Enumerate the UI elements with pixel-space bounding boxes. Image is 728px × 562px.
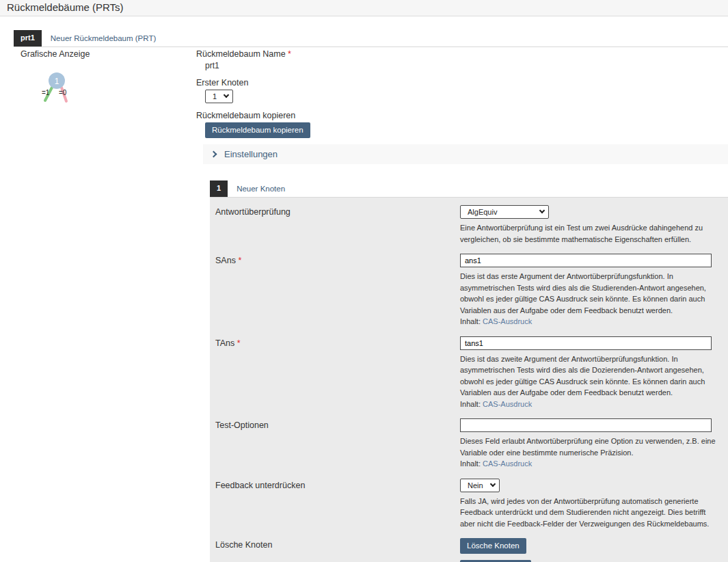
inhalt-prefix: Inhalt: — [460, 317, 481, 325]
quiet-select[interactable]: Nein — [460, 479, 500, 492]
node-tabs: 1 Neuer Knoten — [210, 180, 728, 198]
quiet-label: Feedback unterdrücken — [215, 479, 460, 530]
tree-name-value: prt1 — [205, 61, 728, 70]
tab-new-node[interactable]: Neuer Knoten — [228, 180, 294, 197]
quiet-row: Feedback unterdrücken Nein Falls JA, wir… — [215, 479, 721, 530]
tab-new-prt[interactable]: Neuer Rückmeldebaum (PRT) — [42, 30, 165, 46]
node-number: 1 — [55, 77, 59, 86]
prt-tree-graphic: 1 =1 =0 — [34, 70, 103, 113]
prt-body: Grafische Anzeige 1 =1 =0 Rückmeldebaum … — [14, 49, 728, 562]
first-node-select-wrap: 1 — [205, 90, 233, 103]
first-node-select[interactable]: 1 — [205, 90, 233, 103]
graphic-column: Grafische Anzeige 1 =1 =0 — [14, 49, 196, 562]
tans-help: Dies ist das zweite Argument der Antwort… — [460, 353, 720, 399]
sans-help: Dies ist das erste Argument der Antwortü… — [460, 271, 720, 316]
form-column: Rückmeldebaum Name * prt1 Erster Knoten … — [196, 49, 728, 562]
answertest-help: Eine Antwortüberprüfung ist ein Test um … — [460, 222, 720, 245]
inhalt-prefix: Inhalt: — [460, 400, 481, 408]
answertest-label: Antwortüberprüfung — [215, 205, 460, 245]
answertest-select[interactable]: AlgEquiv — [460, 205, 549, 219]
delete-node-row: Lösche Knoten Lösche Knoten — [215, 538, 721, 554]
tans-input[interactable] — [460, 336, 712, 350]
chevron-right-icon — [211, 151, 217, 158]
sans-label-text: SAns — [215, 256, 236, 265]
node-section: 1 Neuer Knoten Antwortüberprüfung AlgEqu… — [210, 180, 728, 562]
quiet-select-wrap: Nein — [460, 479, 500, 492]
page-title: Rückmeldebäume (PRTs) — [0, 0, 728, 16]
prt-tabs: prt1 Neuer Rückmeldebaum (PRT) — [14, 30, 728, 47]
delete-node-button[interactable]: Lösche Knoten — [460, 538, 526, 554]
testoptions-input[interactable] — [460, 418, 712, 432]
tab-node-1[interactable]: 1 — [210, 180, 228, 197]
tans-inhalt: Inhalt: CAS-Ausdruck — [460, 399, 720, 410]
sans-row: SAns * Dies ist das erste Argument der A… — [215, 254, 721, 327]
required-asterisk: * — [238, 256, 241, 265]
graphic-label: Grafische Anzeige — [14, 49, 196, 59]
copy-tree-label: Rückmeldebaum kopieren — [196, 111, 728, 120]
tab-prt1[interactable]: prt1 — [14, 30, 42, 46]
node-panel: Antwortüberprüfung AlgEquiv Eine Antwort… — [210, 198, 728, 562]
sans-label: SAns * — [215, 254, 460, 327]
copy-tree-button[interactable]: Rückmeldebaum kopieren — [205, 122, 310, 138]
tree-name-label: Rückmeldebaum Name * — [196, 49, 728, 59]
answertest-row: Antwortüberprüfung AlgEquiv Eine Antwort… — [215, 205, 721, 245]
cas-ausdruck-link[interactable]: CAS-Ausdruck — [483, 317, 532, 325]
quiet-help: Falls JA, wird jedes von der Antwortüber… — [460, 496, 720, 530]
testoptions-help: Dieses Feld erlaubt Antwortüberprüfung e… — [460, 436, 720, 458]
settings-label: Einstellungen — [224, 149, 278, 159]
cas-ausdruck-link[interactable]: CAS-Ausdruck — [483, 400, 532, 408]
testoptions-inhalt: Inhalt: CAS-Ausdruck — [460, 458, 720, 470]
tans-row: TAns * Dies ist das zweite Argument der … — [215, 336, 721, 410]
tans-label: TAns * — [215, 336, 460, 410]
tans-label-text: TAns — [215, 338, 234, 348]
edge-false-label: =0 — [59, 89, 67, 96]
required-asterisk: * — [237, 338, 241, 348]
first-node-label: Erster Knoten — [196, 78, 728, 88]
testoptions-label: Test-Optionen — [215, 418, 460, 470]
prt-editor: prt1 Neuer Rückmeldebaum (PRT) Grafische… — [0, 16, 728, 562]
testoptions-row: Test-Optionen Dieses Feld erlaubt Antwor… — [215, 418, 721, 470]
edge-true-label: =1 — [42, 89, 50, 96]
sans-inhalt: Inhalt: CAS-Ausdruck — [460, 316, 720, 327]
tree-name-label-text: Rückmeldebaum Name — [196, 49, 286, 59]
required-asterisk: * — [288, 49, 291, 59]
delete-node-label: Lösche Knoten — [215, 538, 460, 554]
answertest-select-wrap: AlgEquiv — [460, 205, 549, 219]
inhalt-prefix: Inhalt: — [460, 459, 481, 468]
sans-input[interactable] — [460, 254, 712, 267]
settings-accordion[interactable]: Einstellungen — [203, 144, 728, 164]
cas-ausdruck-link[interactable]: CAS-Ausdruck — [483, 459, 532, 468]
